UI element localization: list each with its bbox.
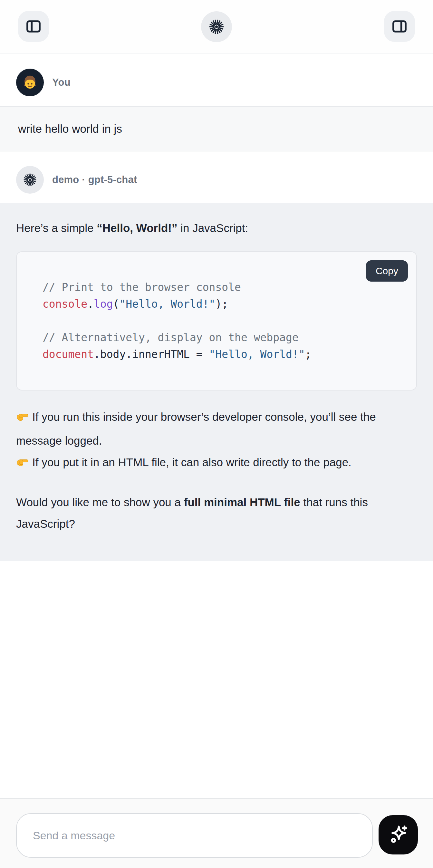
user-sender-name: You: [52, 77, 70, 88]
copy-button[interactable]: Copy: [366, 260, 408, 282]
send-button[interactable]: [378, 815, 418, 855]
assistant-sender-row: demo · gpt-5-chat: [16, 166, 137, 194]
assistant-paragraph: If you put it in an HTML file, it can al…: [16, 452, 417, 475]
point-right-emoji: [16, 408, 29, 430]
code-line: console.log("Hello, World!");: [42, 296, 407, 313]
code-content: // Print to the browser console console.…: [17, 252, 416, 363]
assistant-avatar: [16, 166, 44, 194]
assistant-paragraph: If you run this inside your browser’s de…: [16, 406, 417, 452]
code-line: document.body.innerHTML = "Hello, World!…: [42, 346, 407, 363]
user-avatar: [16, 69, 44, 96]
assistant-message: Here’s a simple “Hello, World!” in JavaS…: [0, 203, 433, 561]
sidebar-toggle-button[interactable]: [18, 11, 49, 42]
starburst-icon: [24, 173, 36, 186]
person-emoji-icon: [21, 73, 39, 92]
starburst-icon: [209, 19, 224, 34]
assistant-intro: Here’s a simple “Hello, World!” in JavaS…: [16, 218, 417, 239]
assistant-paragraph: Would you like me to show you a full min…: [16, 491, 417, 534]
panel-left-icon: [25, 18, 42, 35]
user-message-text: write hello world in js: [18, 122, 122, 135]
message-input[interactable]: [16, 813, 373, 858]
point-right-emoji: [16, 454, 29, 475]
top-bar: [0, 0, 433, 54]
code-block: Copy // Print to the browser console con…: [16, 251, 417, 391]
composer-bar: [0, 798, 433, 868]
model-button[interactable]: [201, 11, 232, 42]
chat-app: You write hello world in js: [0, 0, 433, 868]
assistant-sender-name: demo · gpt-5-chat: [52, 174, 137, 186]
user-sender-row: You: [16, 69, 70, 96]
sparkle-icon: [387, 824, 409, 846]
code-line: // Alternatively, display on the webpage: [42, 329, 407, 346]
code-line-blank: [42, 313, 407, 329]
right-panel-toggle-button[interactable]: [384, 11, 415, 42]
user-message: write hello world in js: [0, 106, 433, 151]
code-line: // Print to the browser console: [42, 279, 407, 296]
assistant-paragraphs: If you run this inside your browser’s de…: [16, 406, 417, 534]
panel-right-icon: [391, 18, 408, 35]
